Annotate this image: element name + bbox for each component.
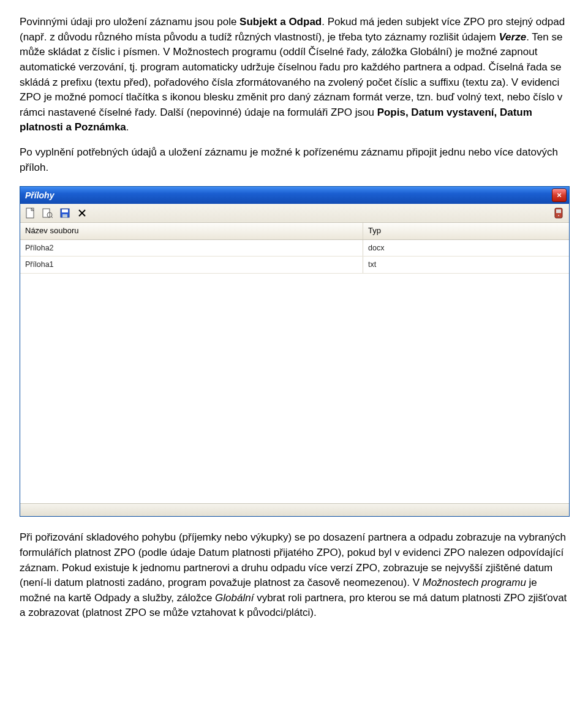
window-statusbar — [20, 503, 569, 516]
window-title: Přílohy — [25, 189, 54, 201]
column-filename[interactable]: Název souboru — [20, 223, 363, 239]
cell-type: docx — [363, 240, 569, 256]
attachments-window: Přílohy × Název souboru Typ Příloha2 — [20, 186, 570, 517]
toolbar — [20, 204, 569, 223]
svg-rect-1 — [43, 209, 50, 217]
table-row[interactable]: Příloha1 txt — [20, 257, 569, 273]
device-icon[interactable] — [553, 208, 564, 219]
paragraph-2: Po vyplnění potřebných údajů a uložení z… — [20, 145, 568, 175]
close-icon: × — [557, 190, 562, 201]
svg-rect-10 — [556, 209, 561, 213]
text: . — [126, 121, 129, 133]
text-bold: Subjekt a Odpad — [239, 16, 322, 28]
text: Povinnými údaji pro uložení záznamu jsou… — [20, 16, 239, 28]
svg-rect-5 — [62, 209, 68, 212]
paragraph-1: Povinnými údaji pro uložení záznamu jsou… — [20, 15, 568, 135]
attachments-grid: Název souboru Typ Příloha2 docx Příloha1… — [20, 223, 569, 503]
close-button[interactable]: × — [552, 189, 567, 202]
cell-filename: Příloha1 — [20, 257, 363, 272]
text: . Ten se může skládat z číslic i písmen.… — [20, 31, 562, 118]
open-icon[interactable] — [42, 208, 53, 219]
text-italic: Globální — [215, 592, 254, 604]
svg-point-11 — [558, 215, 559, 216]
svg-rect-6 — [62, 214, 67, 217]
text-italic: Možnostech programu — [423, 577, 526, 588]
text-italic-bold: Verze — [499, 31, 526, 43]
cell-type: txt — [363, 257, 569, 272]
grid-header: Název souboru Typ — [20, 223, 569, 240]
cell-filename: Příloha2 — [20, 240, 363, 256]
save-icon[interactable] — [59, 208, 70, 219]
paragraph-3: Při pořizování skladového pohybu (příjem… — [20, 530, 568, 621]
grid-body: Příloha2 docx Příloha1 txt — [20, 240, 569, 503]
delete-icon[interactable] — [77, 208, 88, 219]
svg-line-3 — [51, 217, 53, 218]
window-titlebar[interactable]: Přílohy × — [20, 187, 569, 204]
new-icon[interactable] — [25, 208, 36, 219]
column-type[interactable]: Typ — [363, 223, 569, 239]
table-row[interactable]: Příloha2 docx — [20, 240, 569, 257]
